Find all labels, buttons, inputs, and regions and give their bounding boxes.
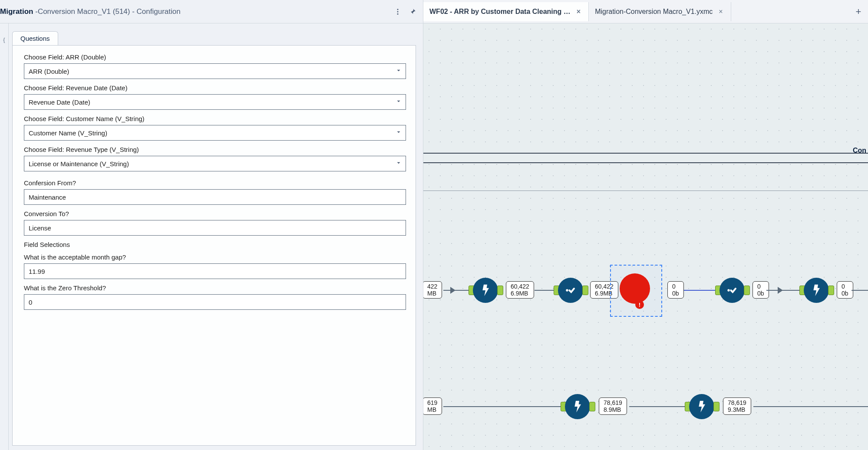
connector [851,290,868,291]
connector [753,406,868,407]
data-stat: 422 MB [423,281,442,299]
port [589,402,595,411]
panel-title-rest: -Conversion Macro_V1 (514) - Configurati… [33,7,181,16]
stat-value-bot: 0b [672,290,679,297]
port [744,286,750,295]
file-tab-label: Migration-Conversion Macro_V1.yxmc [595,8,713,16]
svg-point-0 [397,9,399,10]
questions-form: Choose Field: ARR (Double) ARR (Double) … [12,45,416,446]
input-conffrom[interactable] [24,189,406,205]
stat-value-top: 0 [757,283,764,290]
stat-value-top: 78,619 [604,399,622,406]
stat-value-bot: 0b [757,290,764,297]
stat-value-top: 0 [842,283,848,290]
select-revdate[interactable]: Revenue Date (Date) [24,94,406,110]
svg-point-3 [566,289,568,291]
connector [629,406,688,407]
data-stat: 0 0b [667,281,684,299]
canvas-boundary [423,162,868,163]
panel-title: Migration -Conversion Macro_V1 (514) - C… [0,7,389,16]
data-stat: 78,619 8.9MB [599,397,627,415]
select-revtype[interactable]: License or Maintenance (V_String) [24,156,406,171]
tab-row: Questions [12,31,58,45]
label-revdate: Choose Field: Revenue Date (Date) [24,84,406,92]
panel-title-strong: Migration [0,7,33,16]
svg-point-1 [397,11,399,12]
stat-value-bot: 9.3MB [728,406,746,413]
label-conffrom: Confersion From? [24,179,406,187]
select-arr[interactable]: ARR (Double) [24,63,406,79]
stat-value-bot: 0b [842,290,848,297]
right-panel: WF02 - ARR by Customer Data Cleaning … ×… [423,0,868,450]
input-convto[interactable] [24,220,406,236]
connector [766,290,803,291]
stat-value-bot: MB [427,290,437,297]
arrow-icon [450,287,455,294]
port [497,286,503,295]
connector [684,290,719,291]
label-convto: Conversion To? [24,210,406,217]
close-icon[interactable]: × [717,8,724,16]
file-tab-bar: WF02 - ARR by Customer Data Cleaning … ×… [423,0,868,23]
data-stat: 60,422 6.9MB [506,281,534,299]
stat-value-bot: 8.9MB [604,406,622,413]
side-strip-item[interactable]: { [3,36,5,43]
new-tab-button[interactable]: + [849,2,868,21]
macro-node-error[interactable] [620,273,650,304]
formula-node[interactable] [473,278,498,303]
kebab-menu-icon[interactable] [392,6,404,18]
tab-label: Questions [20,35,50,42]
canvas-line [423,191,868,191]
label-fieldsel: Field Selections [24,241,406,248]
config-panel: Migration -Conversion Macro_V1 (514) - C… [0,0,423,450]
tab-questions[interactable]: Questions [12,31,58,45]
workflow-canvas[interactable]: Con 422 MB 60,422 6.9MB 60,422 6.9MB [423,23,868,450]
select-custname[interactable]: Customer Name (V_String) [24,125,406,141]
port [582,286,588,295]
port [713,402,719,411]
left-side-strip: { [0,23,9,450]
file-tab-wf02[interactable]: WF02 - ARR by Customer Data Cleaning … × [423,2,589,21]
close-icon[interactable]: × [575,8,582,16]
label-arr: Choose Field: ARR (Double) [24,53,406,61]
stat-value-bot: MB [427,406,437,413]
canvas-title-right: Con [853,147,866,154]
error-badge-icon: ! [635,300,644,309]
stat-value-top: 422 [427,283,437,290]
data-stat: 78,619 9.3MB [723,397,751,415]
svg-point-4 [727,289,729,291]
arrow-icon [778,287,783,294]
file-tab-label: WF02 - ARR by Customer Data Cleaning … [429,8,571,16]
pin-icon[interactable] [406,6,419,18]
formula-node[interactable] [804,278,829,303]
input-zerothresh[interactable] [24,294,406,310]
svg-point-2 [397,13,399,14]
label-zerothresh: What is the Zero Threshold? [24,284,406,292]
port [828,286,834,295]
stat-value-top: 60,422 [511,283,529,290]
stat-value-top: 619 [427,399,437,406]
select-node[interactable] [719,278,745,303]
stat-value-top: 0 [672,283,679,290]
connector [443,406,564,407]
label-monthgap: What is the acceptable month gap? [24,253,406,261]
panel-header: Migration -Conversion Macro_V1 (514) - C… [0,0,423,23]
label-custname: Choose Field: Customer Name (V_String) [24,115,406,122]
select-node[interactable] [558,278,583,303]
stat-value-top: 78,619 [728,399,746,406]
file-tab-macro[interactable]: Migration-Conversion Macro_V1.yxmc × [589,2,731,21]
formula-node[interactable] [565,394,590,419]
input-monthgap[interactable] [24,263,406,279]
canvas-boundary [423,153,868,154]
formula-node[interactable] [689,394,714,419]
label-revtype: Choose Field: Revenue Type (V_String) [24,146,406,153]
data-stat: 619 MB [423,397,442,415]
stat-value-bot: 6.9MB [511,290,529,297]
connector [443,290,472,291]
data-stat: 0 0b [837,281,853,299]
